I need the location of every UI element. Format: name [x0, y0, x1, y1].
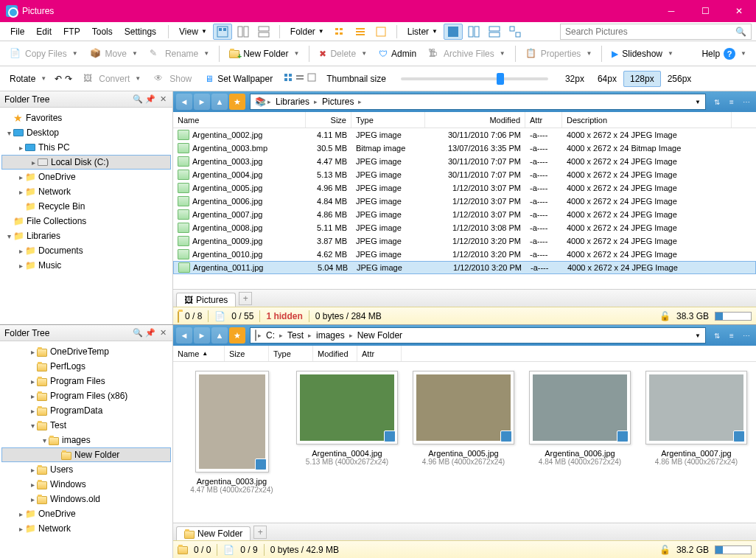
tab-add-button[interactable]: + [253, 526, 267, 539]
view-menu[interactable]: View ▼ [175, 25, 211, 38]
show-button[interactable]: 👁Show [149, 69, 197, 88]
menu-file[interactable]: File [4, 24, 30, 39]
lister-menu[interactable]: Lister ▼ [403, 25, 442, 38]
lister-mode-2-icon[interactable] [464, 24, 483, 40]
tree-node-this-pc[interactable]: ▸This PC [1, 140, 171, 155]
nav-favorite-button[interactable]: ★ [229, 94, 245, 110]
tree-node-windows-old[interactable]: ▸Windows.old [1, 492, 171, 506]
tree-node-onedrive[interactable]: ▸📁OneDrive [1, 506, 171, 521]
folder-mode-1-icon[interactable] [330, 24, 349, 40]
thumbsize-256px[interactable]: 256px [661, 71, 699, 87]
menu-edit[interactable]: Edit [30, 24, 57, 39]
file-row[interactable]: Argentina_0004.jpg5.13 MBJPEG image30/11… [173, 168, 756, 181]
tree-node-onedrive[interactable]: ▸📁OneDrive [1, 170, 171, 184]
tree-node-libraries[interactable]: ▾📁Libraries [1, 229, 171, 243]
nav-expand-icon[interactable]: ≡ [725, 327, 738, 343]
tree-search-icon[interactable]: 🔍 [133, 94, 143, 105]
nav-collapse-icon[interactable]: ⇅ [710, 327, 724, 343]
breadcrumb-bottom[interactable]: ▸ C: ▸ Test ▸ images ▸ New Folder ▼ [250, 327, 706, 343]
tree-node-programdata[interactable]: ▸ProgramData [1, 403, 171, 418]
breadcrumb-root-icon[interactable]: 📚 [255, 97, 266, 107]
thumb-layout-3-icon[interactable] [307, 73, 316, 84]
tree-node-windows[interactable]: ▸Windows [1, 477, 171, 492]
file-row[interactable]: Argentina_0011.jpg5.04 MBJPEG image1/12/… [173, 261, 756, 274]
nav-more-icon[interactable]: ⋯ [740, 327, 753, 343]
file-row[interactable]: Argentina_0005.jpg4.96 MBJPEG image1/12/… [173, 181, 756, 195]
tree-node-documents[interactable]: ▸📁Documents [1, 243, 171, 258]
tree-node-perflogs[interactable]: PerfLogs [1, 359, 171, 374]
menu-settings[interactable]: Settings [119, 24, 162, 39]
minimize-button[interactable]: ─ [654, 0, 688, 22]
copy-files-button[interactable]: 📄Copy Files▼ [4, 44, 83, 63]
nav-favorite-button[interactable]: ★ [229, 327, 245, 343]
menu-tools[interactable]: Tools [86, 24, 119, 39]
thumbnail-size-slider[interactable] [401, 77, 548, 80]
archive-button[interactable]: 🗜Archive Files▼ [423, 44, 511, 63]
column-size[interactable]: Size [225, 346, 269, 361]
tree-node-local-disk-c-[interactable]: ▸Local Disk (C:) [1, 155, 171, 170]
view-mode-3-icon[interactable] [254, 24, 273, 40]
close-button[interactable]: ✕ [722, 0, 756, 22]
thumbnail[interactable]: Argentina_0005.jpg4.96 MB (4000x2672x24) [413, 371, 514, 466]
tree-node-favorites[interactable]: ★Favorites [1, 111, 171, 125]
nav-forward-button[interactable]: ► [194, 94, 210, 110]
folder-mode-2-icon[interactable] [351, 24, 370, 40]
file-row[interactable]: Argentina_0009.jpg3.87 MBJPEG image1/12/… [173, 234, 756, 248]
tree-pin-icon[interactable]: 📌 [145, 94, 155, 105]
tree-node-desktop[interactable]: ▾Desktop [1, 125, 171, 140]
column-type[interactable]: Type [269, 346, 313, 361]
lister-mode-4-icon[interactable] [505, 24, 525, 40]
search-input[interactable] [565, 27, 735, 37]
nav-back-button[interactable]: ◄ [176, 327, 192, 343]
tree-node-music[interactable]: ▸📁Music [1, 258, 171, 273]
tree-close-icon[interactable]: ✕ [158, 328, 168, 338]
breadcrumb-top[interactable]: 📚 ▸ Libraries ▸ Pictures ▸ ▼ [250, 94, 706, 110]
thumbsize-128px[interactable]: 128px [623, 71, 661, 87]
nav-back-button[interactable]: ◄ [176, 94, 192, 110]
column-modified[interactable]: Modified [313, 346, 357, 361]
column-name[interactable]: Name ▲ [173, 346, 225, 361]
set-wallpaper-button[interactable]: 🖥Set Wallpaper [200, 69, 278, 88]
tree-node-program-files[interactable]: ▸Program Files [1, 374, 171, 388]
menu-ftp[interactable]: FTP [57, 24, 86, 39]
column-description[interactable]: Description [562, 112, 732, 128]
file-row[interactable]: Argentina_0003.bmp30.5 MBBitmap image13/… [173, 142, 756, 155]
lister-mode-1-icon[interactable] [444, 24, 463, 40]
nav-up-button[interactable]: ▲ [211, 327, 228, 343]
admin-button[interactable]: 🛡Admin [374, 44, 421, 63]
tree-node-test[interactable]: ▾Test [1, 418, 171, 433]
rotate-button[interactable]: Rotate▼ [4, 69, 52, 88]
column-modified[interactable]: Modified [425, 112, 525, 128]
file-row[interactable]: Argentina_0003.jpg4.47 MBJPEG image30/11… [173, 155, 756, 168]
properties-button[interactable]: 📋Properties▼ [520, 44, 598, 63]
nav-collapse-icon[interactable]: ⇅ [710, 94, 724, 110]
tree-node-program-files-x86-[interactable]: ▸Program Files (x86) [1, 388, 171, 403]
thumbnail[interactable]: Argentina_0004.jpg5.13 MB (4000x2672x24) [296, 371, 398, 466]
file-row[interactable]: Argentina_0002.jpg4.11 MBJPEG image30/11… [173, 128, 756, 142]
thumb-layout-2-icon[interactable] [295, 73, 304, 84]
tree-node-onedrivetemp[interactable]: ▸OneDriveTemp [1, 344, 171, 359]
tree-node-network[interactable]: ▸📁Network [1, 521, 171, 536]
tree-node-images[interactable]: ▾images [1, 433, 171, 447]
nav-forward-button[interactable]: ► [194, 327, 210, 343]
thumbsize-32px[interactable]: 32px [559, 71, 591, 87]
search-icon[interactable]: 🔍 [735, 27, 746, 37]
lister-mode-3-icon[interactable] [485, 24, 504, 40]
file-row[interactable]: Argentina_0006.jpg4.84 MBJPEG image1/12/… [173, 195, 756, 208]
rotate-right-icon[interactable]: ↷ [65, 74, 72, 84]
file-row[interactable]: Argentina_0010.jpg4.62 MBJPEG image1/12/… [173, 248, 756, 261]
folder-mode-3-icon[interactable] [371, 24, 391, 40]
folder-menu[interactable]: Folder ▼ [286, 25, 329, 38]
tree-search-icon[interactable]: 🔍 [133, 328, 143, 338]
search-box[interactable]: 🔍 [560, 24, 752, 40]
file-row[interactable]: Argentina_0007.jpg4.86 MBJPEG image1/12/… [173, 208, 756, 221]
tree-node-users[interactable]: ▸Users [1, 462, 171, 477]
view-mode-2-icon[interactable] [234, 24, 253, 40]
slider-thumb[interactable] [497, 73, 504, 85]
tree-node-recycle-bin[interactable]: 📁Recycle Bin [1, 199, 171, 214]
move-button[interactable]: 📦Move▼ [85, 44, 143, 63]
file-row[interactable]: Argentina_0008.jpg5.11 MBJPEG image1/12/… [173, 221, 756, 234]
tab-add-button[interactable]: + [239, 292, 252, 305]
view-mode-1-icon[interactable] [213, 24, 232, 40]
help-button[interactable]: Help?▼ [696, 44, 752, 63]
